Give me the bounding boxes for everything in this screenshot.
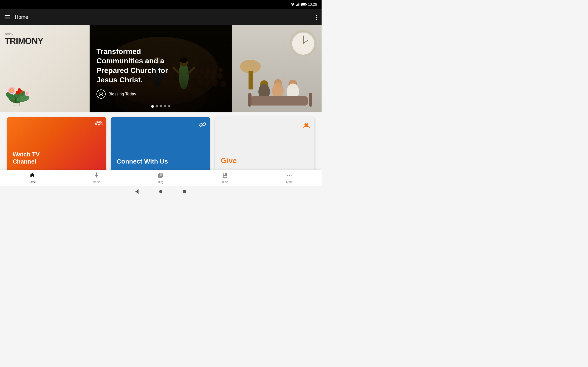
back-button[interactable] (134, 189, 140, 194)
svg-rect-0 (296, 5, 297, 6)
nav-item-blog[interactable]: Blog (129, 170, 193, 186)
slide-center-text: Transformed Communities and a Prepared C… (96, 47, 188, 99)
dot-3[interactable] (160, 105, 162, 107)
dot-5[interactable] (168, 105, 170, 107)
signal-icon (296, 3, 300, 6)
nav-item-media[interactable]: Media (64, 170, 129, 186)
nav-blog-label: Blog (158, 181, 164, 184)
svg-rect-101 (250, 96, 308, 106)
svg-point-10 (18, 88, 21, 92)
svg-rect-3 (300, 3, 300, 6)
slide-matrimony-title: TRIMONY (5, 37, 85, 45)
home-icon (29, 172, 35, 180)
home-button[interactable] (158, 189, 164, 194)
link-chain-icon (199, 120, 207, 130)
svg-rect-2 (298, 3, 299, 6)
dot-4[interactable] (164, 105, 166, 107)
give-label: Give (221, 156, 237, 165)
app-bar-left: Home (5, 14, 28, 20)
svg-point-13 (10, 89, 13, 92)
svg-rect-103 (309, 93, 312, 107)
more-vertical-icon[interactable] (316, 15, 317, 20)
status-time: 10:26 (308, 2, 317, 7)
app-bar-title: Home (15, 14, 28, 20)
hero-carousel: Today TRIMONY (0, 25, 321, 112)
broadcast-icon (95, 120, 103, 130)
bible-icon (222, 172, 228, 180)
action-cards-section: Watch TV Channel Connect With Us (0, 112, 321, 174)
heart-hands-icon (302, 121, 311, 131)
battery-icon (301, 3, 306, 6)
microphone-icon (94, 172, 99, 180)
carousel-slide-left[interactable]: Today TRIMONY (0, 25, 90, 112)
nav-bible-label: Bible (222, 181, 228, 184)
system-navigation (0, 186, 321, 197)
slide-headline: Transformed Communities and a Prepared C… (96, 47, 188, 85)
dot-2[interactable] (156, 105, 158, 107)
hamburger-icon[interactable] (5, 15, 10, 19)
dot-1[interactable] (151, 105, 154, 108)
carousel-slide-center[interactable]: Transformed Communities and a Prepared C… (90, 25, 232, 112)
floral-decoration (2, 71, 44, 108)
svg-point-104 (98, 124, 100, 125)
svg-point-105 (287, 175, 288, 175)
svg-rect-102 (248, 93, 251, 107)
nav-item-home[interactable]: Home (0, 170, 64, 186)
status-bar: 10:26 (0, 0, 321, 9)
channel-name: Blessing Today (108, 92, 136, 97)
nav-media-label: Media (93, 181, 100, 184)
slide-damien-content: Dr. Damien Antony & (232, 25, 321, 112)
nav-item-more[interactable]: More (257, 170, 321, 186)
watch-tv-label: Watch TV Channel (13, 151, 63, 165)
wifi-icon (290, 3, 295, 6)
nav-more-label: More (286, 181, 292, 184)
book-open-icon (158, 172, 164, 180)
svg-point-107 (291, 175, 292, 175)
nav-item-bible[interactable]: Bible (193, 170, 257, 186)
svg-point-98 (272, 83, 284, 99)
give-card[interactable]: Give (215, 117, 315, 172)
app-bar: Home (0, 9, 321, 25)
slide-today-label: Today (5, 32, 85, 36)
channel-logo (96, 90, 106, 99)
bottom-navigation: Home Media Blog Bible (0, 170, 321, 186)
svg-point-15 (26, 92, 28, 95)
connect-label: Connect With Us (117, 158, 168, 165)
nav-home-label: Home (28, 181, 36, 184)
more-dots-icon (286, 172, 292, 180)
slide-channel-info: Blessing Today (96, 90, 188, 99)
svg-rect-94 (249, 71, 253, 90)
watch-tv-card[interactable]: Watch TV Channel (7, 117, 106, 172)
recent-button[interactable] (182, 189, 187, 194)
svg-rect-1 (297, 4, 298, 6)
svg-point-106 (289, 175, 290, 175)
slide-damien-bg (232, 25, 321, 112)
carousel-slide-right[interactable]: Dr. Damien Antony & (232, 25, 321, 112)
status-icons: 10:26 (290, 2, 317, 7)
carousel-dots (151, 105, 170, 108)
connect-card[interactable]: Connect With Us (111, 117, 210, 172)
